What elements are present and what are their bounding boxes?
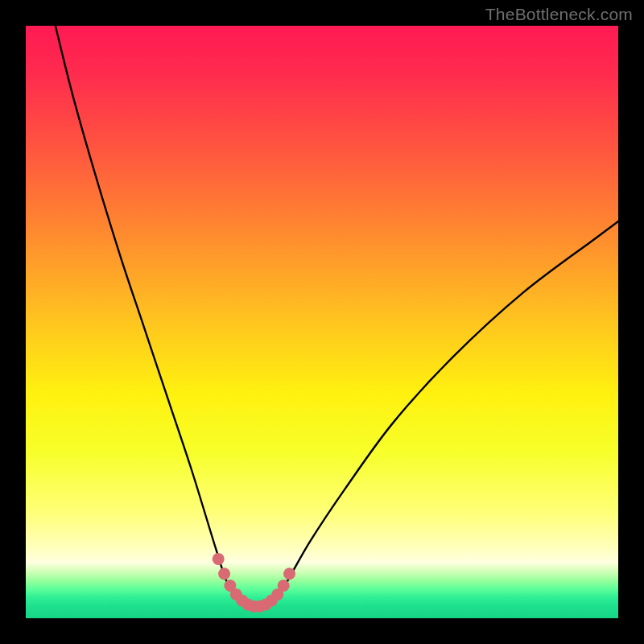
optimal-marker	[218, 568, 230, 580]
bottleneck-curve	[56, 26, 618, 607]
optimal-marker	[283, 568, 295, 580]
plot-area	[26, 26, 618, 618]
optimal-region-markers	[213, 553, 295, 613]
optimal-marker	[213, 553, 225, 565]
watermark-text: TheBottleneck.com	[485, 5, 633, 24]
optimal-marker	[278, 580, 290, 592]
chart-frame: TheBottleneck.com	[0, 0, 644, 644]
curve-layer	[26, 26, 618, 618]
